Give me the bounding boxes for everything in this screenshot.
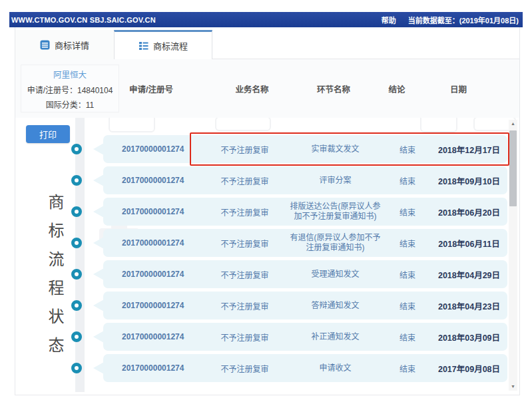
cell-reg-no: 20170000001274	[103, 144, 203, 154]
help-link[interactable]: 帮助	[382, 15, 396, 25]
document-icon	[40, 40, 50, 50]
cell-reg-no: 20170000001274	[103, 270, 203, 279]
cell-date: 2018年06月11日	[431, 237, 507, 250]
bubble-pointer	[93, 206, 104, 218]
timeline-node-icon	[71, 238, 82, 248]
cell-reg-no: 20170000001274	[103, 363, 203, 373]
bubble-pointer	[93, 362, 104, 374]
cell-result: 结束	[384, 269, 431, 280]
cell-date: 2018年06月20日	[431, 206, 507, 218]
trademark-info-box: 阿里恒大 申请/注册号：14840104 国际分类：11	[21, 65, 119, 112]
timeline-node-icon	[71, 175, 82, 186]
cell-date: 2018年04月23日	[431, 300, 507, 312]
watermark-shape	[215, 118, 271, 131]
watermark-shape	[420, 118, 457, 132]
timeline-node-icon	[71, 206, 82, 217]
header-result: 结论	[374, 83, 420, 95]
scroll-up-icon[interactable]: ▲	[509, 120, 517, 128]
process-row[interactable]: 20170000001274 不予注册复审 有退信(原异议人参加不予注册复审通知…	[103, 229, 507, 257]
tab-trademark-details[interactable]: 商标详情	[15, 30, 114, 59]
process-row[interactable]: 20170000001274 不予注册复审 补正通知发文 结束 2018年03月…	[103, 323, 507, 351]
cell-result: 结束	[384, 238, 431, 249]
timeline-row: 20170000001274 不予注册复审 评审分案 结束 2018年09月10…	[71, 166, 507, 194]
timeline-node-icon	[71, 331, 82, 342]
trademark-name[interactable]: 阿里恒大	[53, 68, 87, 81]
scroll-down-icon[interactable]: ▼	[509, 383, 517, 391]
cell-step: 评审分案	[286, 176, 384, 186]
scrollbar-thumb[interactable]	[509, 130, 517, 206]
tab-label: 商标详情	[55, 39, 89, 51]
page: WWW.CTMO.GOV.CN SBJ.SAIC.GOV.CN 帮助 当前数据截…	[9, 12, 523, 395]
site-urls: WWW.CTMO.GOV.CN SBJ.SAIC.GOV.CN	[11, 16, 156, 24]
cell-business: 不予注册复审	[203, 363, 286, 374]
intl-class: 国际分类：11	[46, 99, 94, 110]
cell-reg-no: 20170000001274	[103, 238, 203, 248]
timeline-row: 20170000001274 不予注册复审 申请收文 结束 2017年09月08…	[71, 354, 507, 382]
cell-result: 结束	[384, 175, 431, 186]
cell-date: 2018年04月29日	[431, 268, 507, 281]
cell-step: 排版送达公告(原异议人参加不予注册复审通知书)	[286, 202, 384, 222]
timeline-row: 20170000001274 不予注册复审 答辩通知发文 结束 2018年04月…	[71, 292, 507, 319]
cell-reg-no: 20170000001274	[103, 301, 203, 310]
process-row[interactable]: 20170000001274 不予注册复审 答辩通知发文 结束 2018年04月…	[103, 292, 507, 319]
cell-business: 不予注册复审	[203, 144, 286, 155]
process-timeline-area: 打印 商标流程状态 20170000001274 不予注册复审 实审裁文发文 结…	[15, 118, 519, 392]
process-status-vertical-label: 商标流程状态	[45, 194, 65, 365]
cell-reg-no: 20170000001274	[103, 332, 203, 341]
tab-bar: 商标详情 商标流程	[15, 27, 519, 59]
cell-business: 不予注册复审	[203, 238, 286, 249]
header-business: 业务名称	[210, 83, 294, 95]
tab-label: 商标流程	[153, 39, 188, 52]
bubble-pointer	[93, 237, 104, 249]
scrollbar[interactable]: ▲ ▼	[509, 120, 517, 391]
registration-number: 申请/注册号：14840104	[27, 84, 113, 95]
timeline-row: 20170000001274 不予注册复审 有退信(原异议人参加不予注册复审通知…	[71, 229, 507, 257]
cell-reg-no: 20170000001274	[103, 207, 203, 216]
cell-step: 实审裁文发文	[286, 144, 384, 154]
cell-result: 结束	[384, 300, 431, 311]
timeline-row: 20170000001274 不予注册复审 补正通知发文 结束 2018年03月…	[71, 323, 507, 351]
cell-step: 有退信(原异议人参加不予注册复审通知书)	[286, 233, 384, 253]
cell-business: 不予注册复审	[203, 206, 286, 218]
print-button[interactable]: 打印	[26, 125, 70, 143]
timeline-rows: 20170000001274 不予注册复审 实审裁文发文 结束 2018年12月…	[71, 135, 507, 382]
cell-business: 不予注册复审	[203, 175, 286, 186]
top-bar: WWW.CTMO.GOV.CN SBJ.SAIC.GOV.CN 帮助 当前数据截…	[9, 12, 523, 27]
list-icon	[138, 41, 148, 51]
tab-trademark-process[interactable]: 商标流程	[114, 30, 212, 59]
process-row[interactable]: 20170000001274 不予注册复审 排版送达公告(原异议人参加不予注册复…	[103, 198, 507, 226]
bubble-pointer	[93, 268, 104, 280]
cell-step: 申请收文	[286, 363, 384, 373]
process-row[interactable]: 20170000001274 不予注册复审 申请收文 结束 2017年09月08…	[103, 354, 507, 382]
timeline-row: 20170000001274 不予注册复审 受理通知发文 结束 2018年04月…	[71, 260, 507, 288]
cell-business: 不予注册复审	[203, 331, 286, 343]
timeline-node-icon	[71, 144, 82, 154]
timeline-node-icon	[71, 363, 82, 373]
cell-date: 2018年09月10日	[431, 174, 507, 187]
data-asof-label: 当前数据截至：(2019年01月08日)	[408, 15, 519, 25]
timeline-node-icon	[71, 269, 82, 280]
cell-date: 2017年09月08日	[431, 362, 507, 375]
bubble-pointer	[93, 300, 104, 311]
cell-result: 结束	[384, 363, 431, 374]
cell-step: 答辩通知发文	[286, 301, 384, 311]
process-row[interactable]: 20170000001274 不予注册复审 评审分案 结束 2018年09月10…	[103, 166, 507, 194]
timeline-row: 20170000001274 不予注册复审 排版送达公告(原异议人参加不予注册复…	[71, 198, 507, 226]
cell-result: 结束	[384, 144, 431, 155]
watermark-shape	[109, 118, 155, 132]
cell-step: 补正通知发文	[286, 332, 384, 342]
process-row[interactable]: 20170000001274 不予注册复审 受理通知发文 结束 2018年04月…	[103, 260, 507, 288]
header-step: 环节名称	[294, 83, 374, 95]
cell-date: 2018年03月09日	[431, 331, 507, 343]
header-date: 日期	[420, 83, 497, 95]
process-row[interactable]: 20170000001274 不予注册复审 实审裁文发文 结束 2018年12月…	[103, 135, 507, 163]
timeline-row: 20170000001274 不予注册复审 实审裁文发文 结束 2018年12月…	[71, 135, 507, 163]
cell-date: 2018年12月17日	[431, 143, 507, 156]
table-header-band: 阿里恒大 申请/注册号：14840104 国际分类：11 申请/注册号 业务名称…	[15, 59, 519, 118]
cell-business: 不予注册复审	[203, 269, 286, 280]
cell-business: 不予注册复审	[203, 300, 286, 311]
cell-reg-no: 20170000001274	[103, 176, 203, 185]
main-panel: 商标详情 商标流程 阿里恒大 申请/注册号：14840104 国际分类：11	[15, 27, 520, 395]
timeline-node-icon	[71, 300, 82, 311]
cell-step: 受理通知发文	[286, 270, 384, 280]
